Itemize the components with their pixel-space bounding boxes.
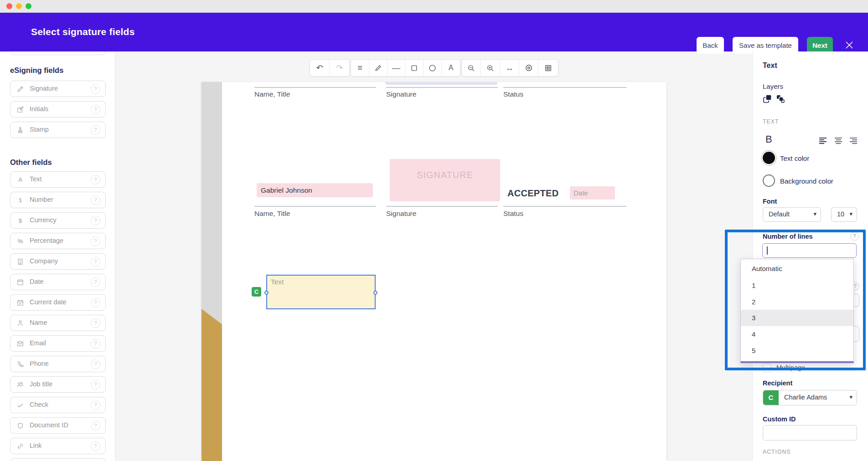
pencil-tool-icon[interactable]	[369, 60, 388, 76]
resize-handle-right[interactable]	[373, 291, 377, 295]
font-size-select[interactable]: 10 ▾	[831, 207, 857, 222]
draw-toolbar-group: ≡ — A	[351, 59, 460, 77]
app-header: Select signature fields Back Save as tem…	[0, 13, 868, 51]
line-tool-icon[interactable]: —	[388, 60, 406, 76]
sidebar-item-company[interactable]: Company ?	[10, 253, 106, 270]
stamp-icon	[16, 126, 24, 134]
preview-eye-icon[interactable]	[519, 60, 538, 76]
scrolled-field-fragment	[385, 82, 497, 85]
help-icon[interactable]: ?	[91, 277, 100, 287]
zoom-out-icon[interactable]	[462, 60, 481, 76]
column-label: Name, Title	[254, 210, 290, 218]
help-icon[interactable]: ?	[91, 216, 100, 225]
help-icon[interactable]: ?	[91, 441, 100, 451]
font-label: Font	[763, 198, 777, 205]
shield-icon	[16, 422, 24, 430]
help-icon[interactable]: ?	[91, 318, 100, 328]
zoom-in-icon[interactable]	[481, 60, 500, 76]
help-icon[interactable]: ?	[91, 400, 100, 410]
dropdown-option-3[interactable]: 3	[741, 310, 853, 326]
grid-icon[interactable]	[538, 60, 558, 76]
chevron-down-icon: ▾	[849, 394, 852, 400]
sidebar-item-check[interactable]: Check ?	[10, 397, 106, 413]
date-field[interactable]: Date	[570, 186, 615, 200]
sidebar-item-signature[interactable]: Signature ?	[10, 81, 106, 97]
text-cursor	[767, 246, 768, 255]
app-window: Select signature fields Back Save as tem…	[0, 0, 868, 461]
sidebar-item-stamp[interactable]: Stamp ?	[10, 122, 106, 138]
currency-icon: $	[16, 217, 24, 225]
multipage-label: Multipage	[776, 364, 805, 371]
help-icon[interactable]: ?	[91, 195, 100, 205]
text-color-swatch[interactable]	[763, 152, 775, 164]
align-right-icon[interactable]	[849, 137, 858, 146]
sidebar-item-name[interactable]: Name ?	[10, 315, 106, 331]
dropdown-option-1[interactable]: 1	[741, 277, 853, 294]
sidebar-item-current-date[interactable]: Current date ?	[10, 294, 106, 311]
dropdown-option-2[interactable]: 2	[741, 294, 853, 310]
dropdown-option-automatic[interactable]: Automatic	[741, 261, 853, 277]
sidebar-item-document-id[interactable]: Document ID ?	[10, 417, 106, 434]
chevron-down-icon: ▾	[813, 210, 816, 217]
resize-handle-left[interactable]	[264, 291, 269, 295]
close-icon[interactable]	[844, 40, 855, 51]
divider-line	[503, 206, 626, 207]
people-icon	[16, 381, 24, 389]
minimize-traffic-light[interactable]	[16, 3, 22, 9]
percentage-icon: %	[16, 237, 24, 245]
divider-line	[254, 206, 376, 207]
sidebar-item-date[interactable]: Date ?	[10, 274, 106, 290]
rectangle-tool-icon[interactable]	[405, 60, 424, 76]
bold-button[interactable]: B	[765, 133, 772, 145]
dropdown-option-5[interactable]: 5	[741, 343, 853, 359]
help-icon[interactable]: ?	[91, 175, 100, 184]
sidebar-item-percentage[interactable]: % Percentage ?	[10, 233, 106, 249]
sidebar-item-email[interactable]: Email ?	[10, 335, 106, 352]
sidebar-item-phone[interactable]: Phone ?	[10, 356, 106, 372]
ellipse-tool-icon[interactable]	[424, 60, 442, 76]
help-icon[interactable]: ?	[91, 125, 100, 135]
sidebar-item-link[interactable]: Link ?	[10, 438, 106, 454]
help-icon[interactable]: ?	[91, 257, 100, 266]
bring-forward-icon[interactable]	[763, 94, 773, 104]
dropdown-option-4[interactable]: 4	[741, 326, 853, 343]
help-icon[interactable]: ?	[850, 232, 859, 241]
text-tool-icon[interactable]: A	[442, 60, 460, 76]
recipient-label: Recipient	[763, 379, 792, 387]
sidebar-item-text[interactable]: A Text ?	[10, 171, 106, 188]
help-icon[interactable]: ?	[91, 105, 100, 114]
align-center-icon[interactable]	[834, 137, 842, 146]
sidebar-item-currency[interactable]: $ Currency ?	[10, 212, 106, 229]
fit-width-icon[interactable]: ↔	[500, 60, 519, 76]
font-family-select[interactable]: Default ▾	[763, 207, 821, 222]
help-icon[interactable]: ?	[91, 298, 100, 307]
sidebar-item-job-title[interactable]: Job title ?	[10, 376, 106, 393]
menu-lines-icon[interactable]: ≡	[351, 60, 369, 76]
help-icon[interactable]: ?	[91, 421, 100, 430]
multipage-checkbox[interactable]	[763, 364, 771, 372]
signature-field[interactable]: SIGNATURE	[390, 159, 500, 201]
number-of-lines-input[interactable]	[762, 243, 857, 258]
history-toolbar-group: ↶ ↷	[310, 59, 350, 77]
help-icon[interactable]: ?	[91, 380, 100, 389]
name-title-field[interactable]: Gabriel Johnson	[257, 183, 373, 197]
help-icon[interactable]: ?	[91, 359, 100, 369]
background-color-swatch[interactable]	[763, 174, 775, 187]
undo-icon[interactable]: ↶	[310, 60, 330, 76]
back-button[interactable]: Back	[697, 37, 724, 54]
selected-text-field[interactable]: Text	[266, 275, 376, 309]
sidebar-item-initials[interactable]: Initials ?	[10, 101, 106, 118]
help-icon[interactable]: ?	[91, 339, 100, 348]
sidebar-item-number[interactable]: 1 Number ?	[10, 192, 106, 208]
custom-id-input[interactable]	[763, 425, 857, 441]
help-icon[interactable]: ?	[91, 236, 100, 246]
zoom-traffic-light[interactable]	[26, 3, 31, 9]
send-backward-icon[interactable]	[775, 94, 785, 104]
redo-icon[interactable]: ↷	[330, 60, 349, 76]
recipient-select[interactable]: C Charlie Adams ▾	[763, 390, 857, 405]
actions-section-label: ACTIONS	[763, 449, 791, 455]
close-traffic-light[interactable]	[6, 3, 12, 9]
number-of-lines-dropdown: Automatic 1 2 3 4 5	[740, 259, 854, 363]
align-left-icon[interactable]	[819, 137, 827, 146]
help-icon[interactable]: ?	[91, 84, 100, 94]
